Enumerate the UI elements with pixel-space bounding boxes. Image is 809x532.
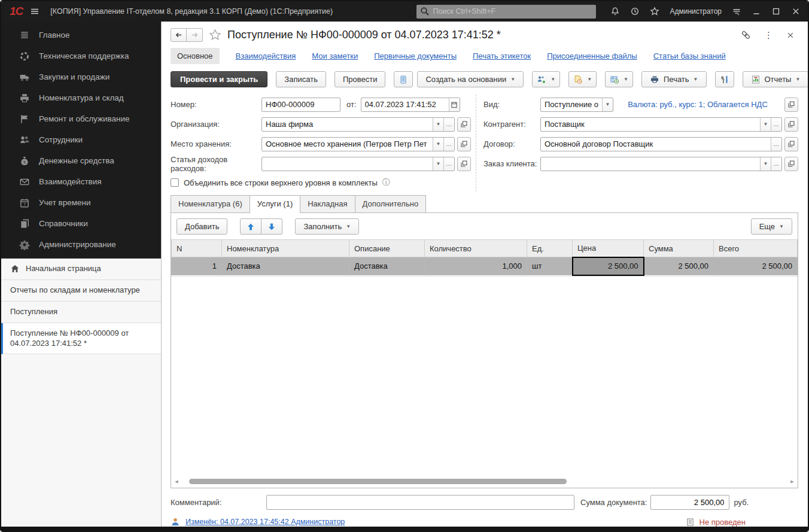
open-client-order-button[interactable]	[784, 157, 798, 171]
scrollbar-thumb[interactable]	[189, 479, 567, 484]
maximize-icon[interactable]	[771, 7, 781, 16]
add-row-button[interactable]: Добавить	[177, 218, 227, 235]
calendar-picker-button[interactable]	[449, 98, 460, 111]
choose-button[interactable]: …	[443, 157, 454, 171]
register-records-button[interactable]: ▼	[605, 71, 633, 87]
open-currency-button[interactable]	[784, 98, 798, 112]
get-link-icon[interactable]	[741, 30, 751, 40]
dropdown-arrow-button[interactable]: ▼	[760, 157, 771, 171]
dropdown-arrow-button[interactable]: ▼	[760, 118, 771, 131]
close-window-icon[interactable]	[791, 7, 801, 16]
sidebar-item-employees[interactable]: Сотрудники	[1, 129, 161, 150]
column-header-ed[interactable]: Ед.	[527, 240, 573, 257]
search-input[interactable]	[433, 7, 592, 16]
favorites-star-icon[interactable]	[650, 7, 659, 16]
notifications-bell-icon[interactable]	[610, 7, 620, 16]
tab-moi-zametki[interactable]: Мои заметки	[312, 51, 358, 60]
print-button[interactable]: Печать ▼	[641, 71, 707, 87]
document-total-input[interactable]	[650, 495, 729, 510]
sidebar-item-glavnoe[interactable]: Главное	[1, 25, 161, 45]
choose-button[interactable]: …	[771, 138, 781, 151]
open-organization-button[interactable]	[457, 117, 471, 132]
tab-vzaimodeystviya[interactable]: Взаимодействия	[236, 51, 296, 60]
post-button[interactable]: Провести	[334, 71, 386, 87]
scrollbar-track[interactable]	[180, 478, 789, 485]
contacts-menu-button[interactable]: ▼	[532, 71, 560, 87]
sidebar-item-time-tracking[interactable]: 7 Учет времени	[1, 192, 161, 213]
column-header-tsena[interactable]: Цена	[573, 240, 644, 257]
favorite-star-icon[interactable]	[209, 29, 221, 41]
window-tab-home[interactable]: Начальная страница	[1, 259, 161, 280]
tab-pervichnye-dokumenty[interactable]: Первичные документы	[374, 51, 457, 60]
open-contract-button[interactable]	[784, 137, 798, 151]
scroll-left-icon[interactable]: ◀	[173, 479, 180, 484]
number-input[interactable]	[262, 98, 340, 111]
sidebar-item-catalogs[interactable]: Справочники	[1, 213, 161, 234]
change-form-button[interactable]	[715, 71, 734, 87]
currency-link[interactable]: Валюта: руб., курс: 1; Облагается НДС	[613, 100, 782, 109]
dropdown-arrow-button[interactable]: ▼	[433, 157, 443, 171]
minimize-icon[interactable]	[752, 7, 761, 16]
main-menu-icon[interactable]	[30, 7, 39, 16]
cell-kolichestvo[interactable]: 1,000	[425, 257, 527, 275]
cell-opisanie[interactable]: Доставка	[349, 257, 425, 275]
income-expense-input[interactable]	[262, 157, 433, 171]
cell-n[interactable]: 1	[172, 257, 222, 275]
contract-input[interactable]	[541, 138, 771, 151]
service-menu-icon[interactable]	[732, 7, 741, 16]
cell-summa[interactable]: 2 500,00	[644, 257, 714, 275]
comment-input[interactable]	[266, 495, 574, 510]
cell-vsego[interactable]: 2 500,00	[714, 257, 798, 275]
reports-button[interactable]: Отчеты ▼	[743, 71, 809, 87]
table-more-button[interactable]: Еще ▼	[751, 218, 792, 235]
sidebar-item-tech-support[interactable]: Техническая поддержка	[1, 45, 161, 66]
sidebar-item-money[interactable]: s Денежные средства	[1, 150, 161, 171]
sidebar-item-repair[interactable]: Ремонт и обслуживание	[1, 108, 161, 129]
open-income-expense-button[interactable]	[457, 157, 471, 171]
column-header-n[interactable]: N	[172, 240, 222, 257]
move-up-button[interactable]	[240, 218, 261, 235]
horizontal-scrollbar[interactable]: ◀ ▶	[173, 477, 796, 486]
close-form-icon[interactable]	[786, 31, 795, 39]
move-down-button[interactable]	[261, 218, 282, 235]
tab-stati-bazy-znaniy[interactable]: Статьи базы знаний	[653, 51, 726, 60]
cell-tsena-selected[interactable]: 2 500,00	[573, 257, 644, 275]
tab-dopolnitelno[interactable]: Дополнительно	[355, 195, 427, 213]
tab-uslugi[interactable]: Услуги (1)	[250, 195, 300, 213]
dropdown-arrow-button[interactable]: ▼	[433, 118, 443, 131]
table-row[interactable]: 1 Доставка Доставка 1,000 шт 2 500,00 2 …	[172, 257, 798, 275]
open-storage-button[interactable]	[457, 137, 471, 151]
choose-button[interactable]: …	[443, 118, 454, 131]
global-search[interactable]	[416, 5, 596, 19]
window-tab-receipts[interactable]: Поступления	[1, 302, 161, 323]
kind-input[interactable]	[541, 98, 602, 111]
create-based-on-button[interactable]: Создать на основании ▼	[417, 71, 524, 87]
fill-button[interactable]: Заполнить ▼	[295, 218, 359, 235]
more-menu-icon[interactable]: ⋮	[764, 31, 773, 39]
scroll-right-icon[interactable]: ▶	[789, 479, 796, 484]
forward-button[interactable]	[187, 28, 203, 42]
tab-osnovnoe[interactable]: Основное	[171, 48, 220, 64]
tasks-menu-button[interactable]: ▼	[568, 71, 597, 87]
organization-input[interactable]	[262, 118, 433, 131]
cell-nomenklatura[interactable]: Доставка	[222, 257, 349, 275]
column-header-kolichestvo[interactable]: Количество	[425, 240, 527, 257]
combine-checkbox[interactable]	[171, 178, 179, 187]
choose-button[interactable]: …	[443, 138, 454, 151]
sidebar-item-administration[interactable]: Администрирование	[1, 234, 161, 255]
choose-button[interactable]: …	[771, 118, 781, 131]
column-header-nomenklatura[interactable]: Номенклатура	[222, 240, 349, 257]
journal-button[interactable]	[394, 71, 413, 87]
dropdown-arrow-button[interactable]: ▼	[433, 138, 443, 151]
back-button[interactable]	[171, 28, 187, 42]
tab-pechat-etiketok[interactable]: Печать этикеток	[473, 51, 531, 60]
client-order-input[interactable]	[541, 157, 760, 171]
date-input[interactable]	[361, 98, 449, 111]
sidebar-item-interactions[interactable]: Взаимодействия	[1, 171, 161, 192]
window-tab-reports[interactable]: Отчеты по складам и номенклатуре	[1, 280, 161, 302]
column-header-opisanie[interactable]: Описание	[349, 240, 425, 257]
save-button[interactable]: Записать	[276, 71, 326, 87]
open-contractor-button[interactable]	[784, 117, 798, 132]
info-icon[interactable]: ⓘ	[382, 177, 390, 188]
choose-button[interactable]: …	[771, 157, 781, 171]
